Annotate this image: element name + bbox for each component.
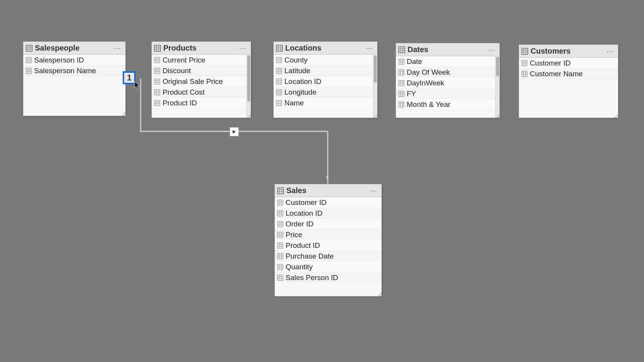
svg-rect-25 xyxy=(154,68,160,73)
svg-rect-75 xyxy=(399,47,405,53)
svg-rect-70 xyxy=(276,100,282,105)
field-row[interactable]: County xyxy=(274,55,377,66)
svg-rect-95 xyxy=(399,91,404,96)
field-row[interactable]: Customer ID xyxy=(519,58,618,69)
table-header[interactable]: Products ⋯ xyxy=(152,42,251,55)
field-row[interactable]: Customer ID xyxy=(275,197,381,208)
field-row[interactable]: Original Sale Price xyxy=(152,76,251,87)
table-icon xyxy=(398,46,405,53)
field-row[interactable]: Date xyxy=(396,56,499,67)
field-row[interactable]: Salesperson ID xyxy=(23,55,125,66)
field-row[interactable]: Customer Name xyxy=(519,69,618,79)
field-row[interactable]: Salesperson Name xyxy=(23,66,125,76)
more-icon[interactable]: ⋯ xyxy=(366,44,374,52)
table-salespeople[interactable]: Salespeople ⋯ Salesperson ID Salesperson… xyxy=(23,41,126,116)
table-dates[interactable]: Dates ⋯ Date Day Of Week DayInWeek FY Mo… xyxy=(396,43,500,118)
cardinality-one-label: 1 xyxy=(127,73,131,83)
scroll-thumb[interactable] xyxy=(496,57,499,76)
field-row[interactable]: FY xyxy=(396,88,499,99)
column-icon xyxy=(26,57,32,63)
column-icon xyxy=(521,60,527,66)
resize-handle[interactable] xyxy=(495,113,499,118)
column-icon xyxy=(277,210,283,216)
more-icon[interactable]: ⋯ xyxy=(488,46,496,54)
resize-handle[interactable] xyxy=(121,111,125,116)
table-locations[interactable]: Locations ⋯ County Latitude Location ID … xyxy=(273,41,378,118)
resize-handle[interactable] xyxy=(377,292,381,296)
field-row[interactable]: Location ID xyxy=(275,208,381,219)
cardinality-many-icon: * xyxy=(326,175,329,183)
field-row[interactable]: Location ID xyxy=(274,76,377,87)
scrollbar[interactable] xyxy=(495,56,499,118)
column-icon xyxy=(276,79,282,85)
more-icon[interactable]: ⋯ xyxy=(370,187,378,195)
field-row[interactable]: Product Cost xyxy=(152,87,251,98)
field-label: Purchase Date xyxy=(286,252,334,260)
scrollbar[interactable] xyxy=(246,55,251,118)
svg-rect-30 xyxy=(154,79,160,84)
field-row[interactable]: Discount xyxy=(152,66,251,76)
field-row[interactable]: Order ID xyxy=(275,219,381,229)
column-icon xyxy=(154,79,160,85)
svg-rect-40 xyxy=(154,100,160,105)
table-header[interactable]: Sales ⋯ xyxy=(275,184,381,197)
field-label: Day Of Week xyxy=(407,68,450,77)
field-row[interactable]: Day Of Week xyxy=(396,67,499,78)
field-row[interactable]: Purchase Date xyxy=(275,251,381,262)
table-customers[interactable]: Customers ⋯ Customer ID Customer Name xyxy=(519,44,618,118)
svg-rect-155 xyxy=(278,264,283,269)
column-icon xyxy=(398,80,404,86)
table-icon xyxy=(154,45,161,52)
field-label: Longitude xyxy=(284,88,316,97)
field-label: Order ID xyxy=(286,220,314,228)
field-label: Product ID xyxy=(163,99,197,107)
column-icon xyxy=(277,264,283,270)
svg-rect-125 xyxy=(278,200,283,205)
field-row[interactable]: Latitude xyxy=(274,66,377,76)
field-row[interactable]: Quantity xyxy=(275,262,381,272)
table-header[interactable]: Customers ⋯ xyxy=(519,45,618,58)
table-icon xyxy=(521,48,528,55)
table-header[interactable]: Dates ⋯ xyxy=(396,43,499,56)
scrollbar[interactable] xyxy=(373,55,377,118)
svg-rect-135 xyxy=(278,221,283,226)
column-icon xyxy=(154,100,160,106)
svg-rect-120 xyxy=(278,188,284,194)
scroll-thumb[interactable] xyxy=(247,56,250,102)
scroll-thumb[interactable] xyxy=(374,56,377,82)
field-label: FY xyxy=(407,90,416,98)
table-products[interactable]: Products ⋯ Current Price Discount Origin… xyxy=(151,41,251,118)
field-row[interactable]: Name xyxy=(274,98,377,108)
field-row[interactable]: Sales Person ID xyxy=(275,272,381,283)
field-label: Customer ID xyxy=(286,198,327,207)
field-row[interactable]: Month & Year xyxy=(396,99,499,110)
column-icon xyxy=(277,200,283,206)
table-sales[interactable]: Sales ⋯ Customer ID Location ID Order ID… xyxy=(274,184,382,296)
field-row[interactable]: Current Price xyxy=(152,55,251,66)
field-row[interactable]: Product ID xyxy=(152,98,251,108)
column-icon xyxy=(521,71,527,77)
table-header[interactable]: Salespeople ⋯ xyxy=(23,42,125,55)
svg-rect-65 xyxy=(276,89,282,95)
table-title: Customers xyxy=(531,47,606,56)
resize-handle[interactable] xyxy=(246,113,251,118)
resize-handle[interactable] xyxy=(373,113,377,118)
table-header[interactable]: Locations ⋯ xyxy=(274,42,377,55)
svg-rect-85 xyxy=(399,69,404,75)
column-icon xyxy=(276,100,282,106)
column-icon xyxy=(277,275,283,281)
field-row[interactable]: DayInWeek xyxy=(396,78,499,88)
model-canvas[interactable]: * Salespeople ⋯ Salesperson ID Salespers… xyxy=(0,0,644,362)
svg-rect-0 xyxy=(26,45,32,51)
svg-rect-130 xyxy=(278,210,283,216)
more-icon[interactable]: ⋯ xyxy=(606,47,615,56)
more-icon[interactable]: ⋯ xyxy=(114,44,122,52)
field-row[interactable]: Longitude xyxy=(274,87,377,98)
column-icon xyxy=(398,59,404,65)
svg-rect-140 xyxy=(278,232,283,237)
field-row[interactable]: Product ID xyxy=(275,240,381,251)
svg-rect-150 xyxy=(278,253,283,259)
more-icon[interactable]: ⋯ xyxy=(239,44,248,52)
field-row[interactable]: Price xyxy=(275,229,381,240)
resize-handle[interactable] xyxy=(613,113,618,118)
